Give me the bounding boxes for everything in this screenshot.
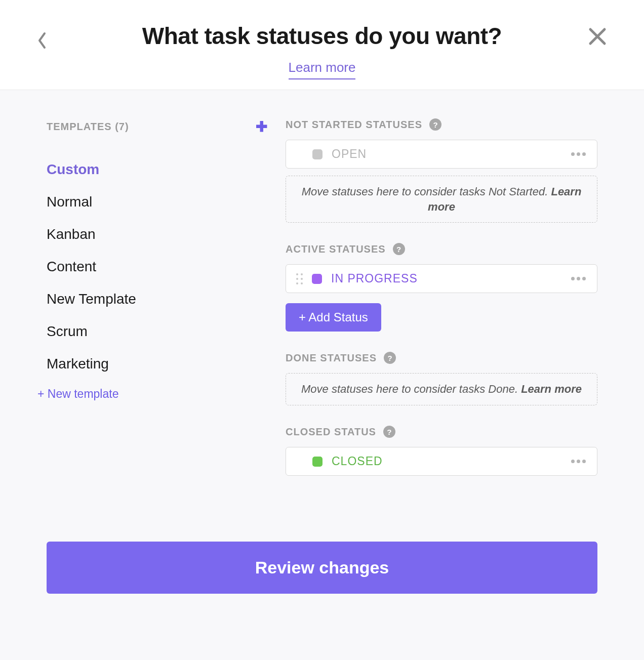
template-item[interactable]: Custom: [47, 153, 269, 186]
new-template-link[interactable]: + New template: [37, 387, 269, 401]
done-dropzone[interactable]: Move statuses here to consider tasks Don…: [286, 373, 597, 405]
dropzone-learn-more[interactable]: Learn more: [521, 383, 582, 395]
closed-label: CLOSED STATUS: [286, 426, 376, 438]
not-started-label: NOT STARTED STATUSES: [286, 119, 422, 131]
learn-more-link[interactable]: Learn more: [289, 60, 356, 79]
active-section: ACTIVE STATUSES ? IN PROGRESS + Add Stat…: [286, 243, 597, 332]
done-label: DONE STATUSES: [286, 352, 377, 364]
help-icon[interactable]: ?: [429, 118, 441, 131]
status-more-button[interactable]: [570, 456, 587, 467]
status-more-button[interactable]: [570, 148, 587, 160]
active-label: ACTIVE STATUSES: [286, 243, 386, 255]
templates-label: TEMPLATES (7): [47, 121, 129, 133]
template-item[interactable]: Scrum: [47, 315, 269, 348]
add-template-button[interactable]: ✚: [256, 118, 269, 135]
status-name: IN PROGRESS: [331, 272, 418, 285]
status-color-swatch: [312, 457, 323, 467]
status-color-swatch: [312, 274, 322, 284]
status-name: CLOSED: [332, 455, 383, 468]
status-row-closed[interactable]: CLOSED: [286, 447, 597, 476]
close-button[interactable]: [587, 26, 608, 47]
template-list: CustomNormalKanbanContentNew TemplateScr…: [47, 153, 269, 380]
template-item[interactable]: New Template: [47, 283, 269, 315]
status-row-open[interactable]: OPEN: [286, 140, 597, 169]
close-icon: [587, 26, 608, 47]
review-changes-button[interactable]: Review changes: [47, 542, 597, 594]
template-item[interactable]: Normal: [47, 186, 269, 218]
status-more-button[interactable]: [570, 273, 587, 284]
status-row-in-progress[interactable]: IN PROGRESS: [286, 264, 597, 293]
done-section: DONE STATUSES ? Move statuses here to co…: [286, 352, 597, 405]
template-item[interactable]: Kanban: [47, 218, 269, 251]
add-status-button[interactable]: + Add Status: [286, 303, 381, 332]
template-item[interactable]: Content: [47, 251, 269, 283]
modal-header: What task statuses do you want? Learn mo…: [0, 0, 644, 90]
status-name: OPEN: [332, 147, 367, 161]
drag-handle-icon[interactable]: [296, 273, 303, 284]
back-button[interactable]: [36, 30, 49, 51]
not-started-section: NOT STARTED STATUSES ? OPEN Move statuse…: [286, 118, 597, 223]
templates-sidebar: TEMPLATES (7) ✚ CustomNormalKanbanConten…: [47, 118, 269, 496]
chevron-left-icon: [36, 30, 49, 51]
status-color-swatch: [312, 149, 323, 159]
plus-icon: ✚: [256, 119, 267, 135]
template-item[interactable]: Marketing: [47, 348, 269, 380]
help-icon[interactable]: ?: [393, 243, 405, 255]
not-started-dropzone[interactable]: Move statuses here to consider tasks Not…: [286, 176, 597, 223]
page-title: What task statuses do you want?: [142, 22, 502, 50]
help-icon[interactable]: ?: [383, 426, 395, 438]
closed-section: CLOSED STATUS ? CLOSED: [286, 426, 597, 476]
help-icon[interactable]: ?: [384, 352, 396, 364]
